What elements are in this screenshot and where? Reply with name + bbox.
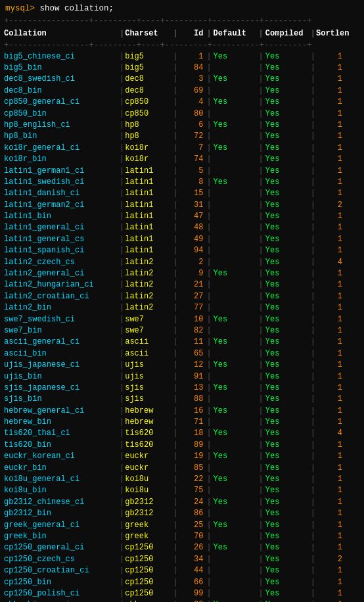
cell-id: 15 <box>178 188 206 199</box>
cell-collation: latin1_danish_ci <box>4 188 119 199</box>
cell-id: 72 <box>178 131 206 142</box>
cell-default <box>212 577 258 588</box>
cell-collation: cp850_general_ci <box>4 97 119 108</box>
terminal-window: mysql> show collation; +----------------… <box>0 0 364 602</box>
cell-charset: latin1 <box>125 177 172 188</box>
cell-sortlen: 1 <box>316 108 342 120</box>
header-charset: Charset <box>125 28 172 39</box>
cell-default: Yes <box>212 120 258 131</box>
cell-id: 18 <box>178 428 206 439</box>
cell-id: 49 <box>178 234 206 245</box>
cell-default: Yes <box>212 497 258 508</box>
cell-id: 84 <box>178 62 206 74</box>
cell-charset: cp850 <box>125 108 172 120</box>
cell-id: 24 <box>178 497 206 508</box>
cell-charset: latin1 <box>125 211 172 222</box>
command-text: show collation; <box>35 4 114 13</box>
cell-sortlen: 1 <box>316 279 342 290</box>
cell-charset: latin2 <box>125 257 172 268</box>
table-row: cp1250_croatian_ci | cp1250 | 44 | | Yes… <box>1 565 363 576</box>
cell-charset: koi8r <box>125 143 172 154</box>
cell-id: 82 <box>178 325 206 336</box>
cell-compiled: Yes <box>264 542 310 553</box>
table-row: dec8_bin | dec8 | 69 | | Yes | 1 <box>1 85 363 97</box>
cell-charset: hebrew <box>125 405 172 417</box>
cell-sortlen: 1 <box>316 85 342 97</box>
table-row: hp8_english_ci | hp8 | 6 | Yes | Yes | 1 <box>1 120 363 131</box>
cell-sortlen: 1 <box>316 154 342 165</box>
cell-compiled: Yes <box>264 211 310 222</box>
cell-collation: latin2_hungarian_ci <box>4 279 119 290</box>
cell-id: 27 <box>178 291 206 302</box>
cell-collation: tis620_bin <box>4 440 119 451</box>
cell-default: Yes <box>212 74 258 85</box>
cell-charset: gb2312 <box>125 497 172 508</box>
cell-default <box>212 257 258 268</box>
cell-sortlen: 1 <box>316 474 342 485</box>
header-sortlen: Sortlen <box>316 28 342 39</box>
table-row: latin1_general_ci | latin1 | 48 | | Yes … <box>1 222 363 233</box>
cell-collation: koi8r_bin <box>4 154 119 165</box>
table-row: greek_bin | greek | 70 | | Yes | 1 <box>1 531 363 542</box>
cell-charset: ascii <box>125 336 172 348</box>
cell-compiled: Yes <box>264 120 310 131</box>
cell-collation: cp850_bin <box>4 108 119 120</box>
cell-id: 8 <box>178 177 206 188</box>
cell-collation: dec8_swedish_ci <box>4 74 119 85</box>
cell-id: 5 <box>178 166 206 177</box>
cell-default <box>212 131 258 142</box>
table-body: big5_chinese_ci | big5 | 1 | Yes | Yes |… <box>1 51 363 602</box>
cell-sortlen: 1 <box>316 417 342 428</box>
cell-collation: hebrew_bin <box>4 417 119 428</box>
cell-collation: swe7_swedish_ci <box>4 314 119 325</box>
cell-compiled: Yes <box>264 371 310 382</box>
cell-default <box>212 154 258 165</box>
cell-sortlen: 1 <box>316 382 342 394</box>
cell-sortlen: 1 <box>316 211 342 222</box>
cell-sortlen: 1 <box>316 51 342 62</box>
table-row: hebrew_general_ci | hebrew | 16 | Yes | … <box>1 405 363 417</box>
cell-collation: latin2_czech_cs <box>4 257 119 268</box>
table-row: latin1_swedish_ci | latin1 | 8 | Yes | Y… <box>1 177 363 188</box>
cell-charset: koi8u <box>125 485 172 496</box>
cell-compiled: Yes <box>264 382 310 394</box>
table-row: koi8u_bin | koi8u | 75 | | Yes | 1 <box>1 485 363 496</box>
cell-id: 12 <box>178 359 206 371</box>
cell-id: 34 <box>178 554 206 565</box>
table-row: latin1_spanish_ci | latin1 | 94 | | Yes … <box>1 245 363 256</box>
cell-collation: hebrew_general_ci <box>4 405 119 417</box>
cell-default: Yes <box>212 336 258 348</box>
cell-id: 6 <box>178 120 206 131</box>
cell-charset: cp1250 <box>125 588 172 599</box>
table-row: cp1250_czech_cs | cp1250 | 34 | | Yes | … <box>1 554 363 565</box>
cell-id: 4 <box>178 97 206 108</box>
cell-default <box>212 62 258 74</box>
table-row: cp850_general_ci | cp850 | 4 | Yes | Yes… <box>1 97 363 108</box>
cell-charset: hebrew <box>125 417 172 428</box>
table-row: cp1250_polish_ci | cp1250 | 99 | | Yes |… <box>1 588 363 599</box>
header-compiled: Compiled <box>264 28 310 39</box>
cell-compiled: Yes <box>264 348 310 359</box>
command-line: mysql> show collation; <box>0 0 364 16</box>
cell-sortlen: 1 <box>316 131 342 142</box>
cell-id: 74 <box>178 154 206 165</box>
cell-compiled: Yes <box>264 451 310 462</box>
table-row: cp1250_bin | cp1250 | 66 | | Yes | 1 <box>1 577 363 588</box>
cell-sortlen: 2 <box>316 554 342 565</box>
cell-collation: cp1250_bin <box>4 577 119 588</box>
cell-collation: hp8_english_ci <box>4 120 119 131</box>
cell-sortlen: 1 <box>316 359 342 371</box>
table-row: latin2_croatian_ci | latin2 | 27 | | Yes… <box>1 291 363 302</box>
cell-id: 2 <box>178 257 206 268</box>
cell-id: 9 <box>178 268 206 279</box>
cell-collation: greek_general_ci <box>4 520 119 531</box>
cell-collation: hp8_bin <box>4 131 119 142</box>
cell-default: Yes <box>212 405 258 417</box>
cell-sortlen: 1 <box>316 177 342 188</box>
cell-default <box>212 554 258 565</box>
cell-id: 75 <box>178 485 206 496</box>
table-row: koi8r_bin | koi8r | 74 | | Yes | 1 <box>1 154 363 165</box>
cell-collation: sjis_japanese_ci <box>4 382 119 394</box>
table-row: sjis_japanese_ci | sjis | 13 | Yes | Yes… <box>1 382 363 394</box>
cell-default: Yes <box>212 599 258 602</box>
